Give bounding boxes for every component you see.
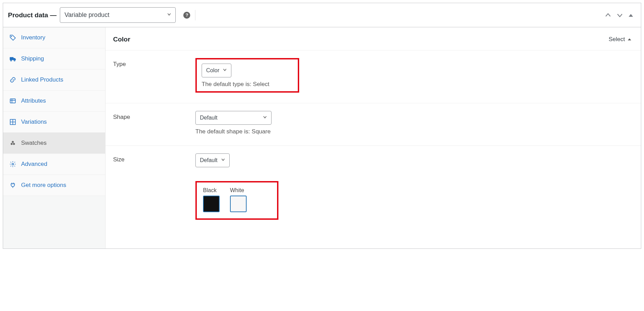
swatch-item-white: White — [230, 187, 247, 212]
sidebar-item-linked-products[interactable]: Linked Products — [3, 69, 105, 91]
sidebar-item-variations[interactable]: Variations — [3, 112, 105, 133]
collapse-panel-icon[interactable] — [626, 11, 636, 19]
svg-rect-3 — [10, 99, 16, 103]
panel-header: Product data — Variable product ? — [3, 3, 641, 27]
list-icon — [9, 97, 16, 104]
caret-up-icon — [627, 37, 632, 42]
swatch-white[interactable] — [230, 196, 247, 212]
swatch-black[interactable] — [203, 196, 220, 212]
row-shape: Shape Default The default shape is: Squa… — [105, 103, 641, 145]
shape-label: Shape — [113, 111, 195, 121]
sidebar-item-label: Get more options — [21, 182, 66, 189]
product-data-panel: Product data — Variable product ? — [3, 3, 641, 249]
svg-point-0 — [11, 36, 12, 37]
type-value: Color — [206, 67, 219, 74]
sidebar-item-shipping[interactable]: Shipping — [3, 48, 105, 69]
svg-point-7 — [12, 141, 14, 143]
move-down-icon[interactable] — [614, 11, 626, 20]
chevron-down-icon — [222, 67, 228, 74]
sidebar-item-swatches[interactable]: Swatches — [3, 133, 105, 154]
truck-icon — [9, 55, 16, 62]
grid-icon — [9, 119, 16, 125]
chevron-down-icon — [262, 114, 268, 121]
sidebar-item-label: Swatches — [21, 140, 47, 147]
type-label: Type — [113, 58, 195, 68]
sidebar-item-advanced[interactable]: Advanced — [3, 154, 105, 175]
row-type: Type Color The default type is: Select — [105, 50, 641, 103]
panel-body: Inventory Shipping Linked Products Attri… — [3, 27, 641, 248]
chevron-down-icon — [220, 157, 226, 164]
sidebar-item-label: Variations — [21, 119, 47, 125]
sidebar-item-label: Shipping — [21, 55, 44, 62]
shape-select[interactable]: Default — [195, 111, 272, 125]
svg-point-5 — [11, 143, 12, 145]
sidebar-item-label: Inventory — [21, 34, 45, 41]
shape-value: Default — [200, 115, 218, 121]
price-tag-icon — [9, 34, 16, 41]
divider — [195, 10, 195, 20]
main-content: Color Select Type Color — [105, 27, 641, 248]
attribute-section-header: Color Select — [105, 27, 641, 50]
svg-point-1 — [10, 60, 11, 61]
swatch-label: White — [230, 187, 244, 194]
sidebar-item-label: Advanced — [21, 161, 47, 168]
size-label: Size — [113, 153, 195, 163]
svg-point-2 — [14, 60, 15, 61]
product-type-select[interactable]: Variable product — [60, 7, 176, 23]
sidebar-item-label: Attributes — [21, 97, 46, 104]
row-swatches: Black White — [105, 178, 641, 230]
sidebar-item-attributes[interactable]: Attributes — [3, 91, 105, 112]
swatch-item-black: Black — [203, 187, 220, 212]
swatch-label: Black — [203, 187, 217, 194]
row-size: Size Default — [105, 145, 641, 178]
attribute-title: Color — [113, 36, 609, 43]
type-hint: The default type is: Select — [202, 81, 293, 88]
svg-point-6 — [13, 143, 15, 145]
type-select[interactable]: Color — [202, 64, 231, 77]
dots-icon — [9, 140, 16, 147]
size-value: Default — [200, 157, 218, 163]
panel-title: Product data — — [8, 11, 56, 19]
help-icon[interactable]: ? — [183, 12, 190, 19]
chevron-down-icon — [166, 11, 172, 19]
highlight-box-swatches: Black White — [195, 181, 278, 220]
svg-point-8 — [12, 163, 14, 165]
select-link-label: Select — [609, 36, 625, 43]
sidebar-item-inventory[interactable]: Inventory — [3, 27, 105, 48]
link-icon — [9, 76, 16, 83]
shape-hint: The default shape is: Square — [195, 128, 632, 135]
attribute-select-toggle[interactable]: Select — [609, 36, 632, 43]
gear-icon — [9, 161, 16, 168]
sidebar-item-get-more-options[interactable]: Get more options — [3, 175, 105, 196]
move-up-icon[interactable] — [602, 11, 614, 20]
sidebar-item-label: Linked Products — [21, 76, 63, 83]
size-select[interactable]: Default — [195, 153, 230, 167]
highlight-box-type: Color The default type is: Select — [195, 58, 299, 93]
sidebar: Inventory Shipping Linked Products Attri… — [3, 27, 105, 248]
product-type-value: Variable product — [64, 11, 109, 19]
plug-icon — [9, 182, 16, 189]
